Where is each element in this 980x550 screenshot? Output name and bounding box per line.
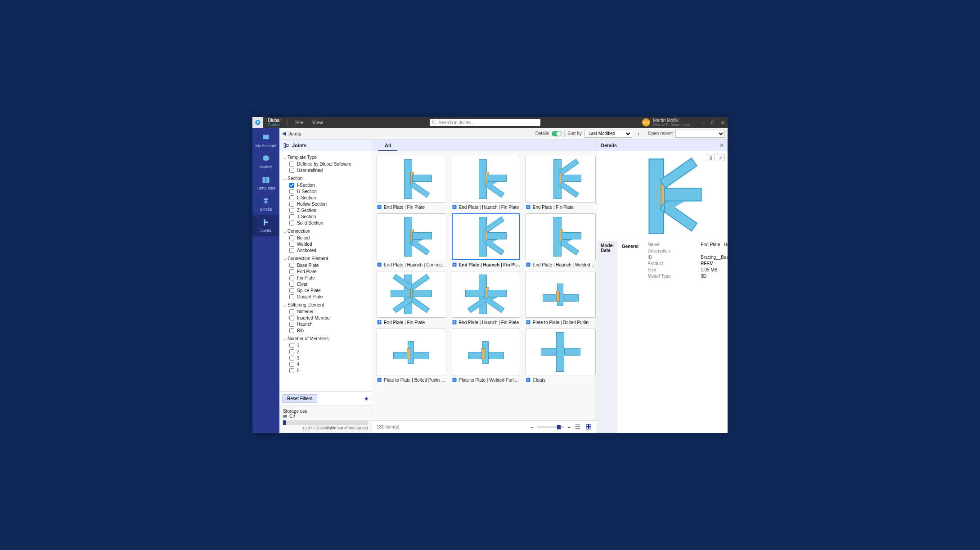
grid-view-button[interactable] — [585, 423, 592, 431]
card-thumb — [526, 213, 596, 260]
filter-opt[interactable]: Gusset Plate — [289, 293, 372, 300]
zoom-slider[interactable] — [537, 426, 564, 428]
zoom-plus[interactable]: + — [568, 424, 571, 430]
filter-opt[interactable]: T-Section — [289, 213, 372, 220]
list-view-button[interactable] — [574, 423, 581, 431]
filter-scroll[interactable]: Template TypeDefined by Dlubal SoftwareU… — [279, 151, 372, 391]
tab-all[interactable]: All — [378, 141, 397, 151]
reset-filters-button[interactable]: Reset Filters — [282, 394, 317, 403]
gallery-grid[interactable]: REnd Plate | Fin PlateREnd Plate | Haunc… — [372, 151, 597, 420]
product-icon: R — [452, 262, 457, 267]
joints-icon — [283, 142, 289, 149]
filter-group-stiffening-element[interactable]: Stiffening Element — [279, 302, 372, 308]
filter-opt[interactable]: Stiffener — [289, 308, 372, 315]
filter-opt[interactable]: End Plate — [289, 268, 372, 275]
svg-text:R: R — [527, 379, 529, 381]
gallery-card[interactable]: RPlate to Plate | Bolted Purlin — [526, 271, 596, 325]
rail-models[interactable]: Models — [252, 152, 279, 173]
nav-rail: My AccountModelsTemplatesBlocksJoints — [252, 128, 279, 433]
svg-rect-33 — [589, 424, 591, 426]
maximize-button[interactable]: □ — [708, 117, 718, 128]
filter-opt[interactable]: Haunch — [289, 321, 372, 327]
filter-opt[interactable]: Rib — [289, 327, 372, 334]
filter-opt[interactable]: I-Section — [289, 182, 372, 188]
menu-view[interactable]: View — [308, 120, 328, 125]
filter-opt[interactable]: Hollow Section — [289, 201, 372, 207]
gallery-card[interactable]: RCleats — [526, 329, 596, 383]
card-caption: RPlate to Plate | Bolted Purlin … — [377, 377, 446, 383]
filter-opt[interactable]: 2 — [289, 348, 372, 355]
svg-text:R: R — [527, 206, 529, 208]
gallery-card[interactable]: REnd Plate | Haunch | Welded … — [526, 213, 596, 267]
preview-action-1[interactable]: ⎙ — [707, 154, 715, 161]
user-area[interactable]: MM Martin Motlik Dlubal Software s.r.o. — [642, 118, 693, 127]
brand: Dlubal Center — [263, 118, 285, 127]
filter-opt[interactable]: Z-Section — [289, 207, 372, 213]
search-input[interactable] — [430, 119, 540, 126]
rail-my-account[interactable]: My Account — [252, 131, 279, 152]
filter-group-connection[interactable]: Connection — [279, 228, 372, 234]
back-icon[interactable]: ◀ — [282, 131, 286, 136]
card-thumb — [377, 329, 446, 375]
card-caption: REnd Plate | Haunch | Welded … — [526, 262, 596, 267]
product-icon: R — [526, 204, 531, 210]
filter-group-connection-element[interactable]: Connection Element — [279, 255, 372, 262]
filter-footer: Reset Filters ★ — [279, 391, 372, 406]
details-toggle[interactable] — [552, 131, 562, 136]
gallery-card[interactable]: REnd Plate | Fin Plate — [526, 156, 596, 210]
sort-direction-button[interactable]: ↑ — [635, 131, 642, 136]
filter-opt[interactable]: 1 — [289, 342, 372, 348]
minimize-button[interactable]: — — [698, 117, 708, 128]
filter-opt[interactable]: Defined by Dlubal Software — [289, 161, 372, 167]
filter-opt[interactable]: Splice Plate — [289, 287, 372, 293]
gallery-card[interactable]: REnd Plate | Fin Plate — [377, 156, 446, 210]
filter-opt[interactable]: Anchored — [289, 247, 372, 253]
filter-opt[interactable]: Solid Section — [289, 220, 372, 226]
rail-blocks[interactable]: Blocks — [252, 194, 279, 215]
filter-opt[interactable]: Fin Plate — [289, 275, 372, 281]
gallery-card[interactable]: REnd Plate | Haunch | Fin Plate — [452, 156, 520, 210]
sortby-select[interactable]: Last Modified — [584, 130, 632, 138]
details-body[interactable]: Model Data General NameEnd Plate | Haunc… — [597, 241, 728, 433]
general-heading: General — [617, 241, 643, 433]
filter-opt[interactable]: L-Section — [289, 194, 372, 201]
gallery-card[interactable]: REnd Plate | Haunch | Fin Plate — [452, 271, 520, 325]
favorite-filter-icon[interactable]: ★ — [364, 396, 369, 402]
filter-opt[interactable]: Base Plate — [289, 262, 372, 268]
svg-text:R: R — [378, 321, 380, 324]
menu-file[interactable]: File — [291, 120, 308, 125]
gallery-card[interactable]: REnd Plate | Haunch | Connec… — [377, 213, 446, 267]
rail-joints[interactable]: Joints — [252, 215, 279, 236]
gallery-card[interactable]: RPlate to Plate | Bolted Purlin … — [377, 329, 446, 383]
filter-opt[interactable]: User-defined — [289, 167, 372, 173]
filter-group-template-type[interactable]: Template Type — [279, 154, 372, 161]
model-data-heading: Model Data — [597, 241, 617, 433]
svg-text:R: R — [527, 321, 529, 324]
card-caption: RPlate to Plate | Welded Purli… — [452, 377, 520, 383]
card-caption: REnd Plate | Haunch | Fin Plate — [452, 320, 520, 325]
filter-opt[interactable]: 3 — [289, 355, 372, 361]
filter-opt[interactable]: Bolted — [289, 234, 372, 241]
details-close-icon[interactable]: ✕ — [719, 142, 724, 149]
filter-group-number-of-members[interactable]: Number of Members — [279, 335, 372, 342]
gallery-card[interactable]: RPlate to Plate | Welded Purli… — [452, 329, 520, 383]
gallery-card[interactable]: REnd Plate | Haunch | Fin Pl… — [452, 213, 520, 267]
filter-header: Joints — [279, 140, 372, 151]
rail-templates[interactable]: Templates — [252, 173, 279, 194]
zoom-minus[interactable]: − — [530, 424, 533, 430]
close-button[interactable]: ✕ — [718, 117, 728, 128]
gallery-card[interactable]: REnd Plate | Fin Plate — [377, 271, 446, 325]
filter-opt[interactable]: Welded — [289, 241, 372, 247]
filter-opt[interactable]: Inserted Member — [289, 315, 372, 321]
drive-icon: 🖴 — [283, 414, 288, 419]
openrecent-select[interactable] — [675, 130, 725, 138]
filter-opt[interactable]: 5 — [289, 367, 372, 374]
user-name-block: Martin Motlik Dlubal Software s.r.o. — [653, 118, 692, 127]
filter-opt[interactable]: Cleat — [289, 281, 372, 287]
preview-action-2[interactable]: ⤢ — [717, 154, 725, 161]
card-thumb — [377, 156, 446, 203]
filter-opt[interactable]: U-Section — [289, 188, 372, 194]
filter-opt[interactable]: 4 — [289, 361, 372, 367]
filter-group-section[interactable]: Section — [279, 175, 372, 182]
main-3col: Joints Template TypeDefined by Dlubal So… — [279, 140, 728, 433]
